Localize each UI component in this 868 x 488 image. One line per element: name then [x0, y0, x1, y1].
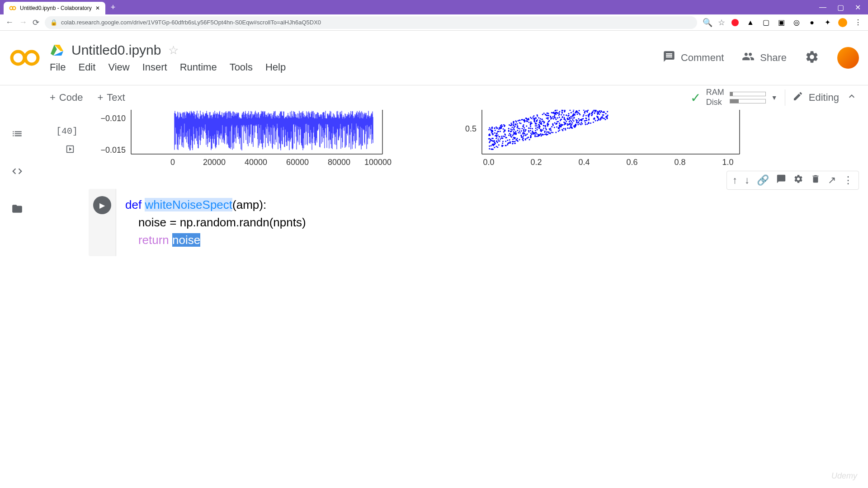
svg-point-874: [543, 134, 544, 136]
ext-icon-6[interactable]: ●: [807, 18, 816, 27]
svg-point-721: [489, 141, 491, 142]
more-icon[interactable]: ⋮: [843, 174, 853, 186]
menu-edit[interactable]: Edit: [78, 61, 95, 73]
ext-icon-4[interactable]: ▣: [777, 18, 786, 27]
cell-settings-icon[interactable]: [793, 174, 803, 187]
svg-point-923: [564, 111, 565, 113]
tab-title: Untitled0.ipynb - Colaboratory: [20, 5, 92, 11]
svg-point-1117: [534, 133, 536, 134]
new-tab-button[interactable]: +: [111, 3, 116, 12]
code-editor[interactable]: def whiteNoiseSpect(amp): noise = np.ran…: [116, 189, 859, 256]
browser-toolbar: ← → ⟳ 🔒 colab.research.google.com/drive/…: [0, 14, 868, 31]
menu-runtime[interactable]: Runtime: [180, 61, 217, 73]
svg-point-644: [546, 131, 547, 133]
close-tab-icon[interactable]: ✕: [95, 5, 100, 11]
files-icon[interactable]: [11, 203, 23, 218]
disk-label: Disk: [706, 98, 724, 108]
svg-point-748: [547, 134, 548, 135]
ext-icon-3[interactable]: ▢: [761, 18, 770, 27]
settings-icon[interactable]: [805, 50, 819, 66]
svg-point-1112: [514, 143, 516, 144]
svg-point-882: [565, 123, 566, 125]
svg-point-789: [523, 129, 524, 130]
svg-point-866: [517, 138, 518, 139]
svg-point-612: [573, 120, 575, 122]
svg-point-944: [574, 114, 576, 116]
svg-point-557: [577, 124, 579, 125]
svg-point-1092: [549, 120, 550, 122]
run-button[interactable]: ▶: [93, 196, 111, 214]
colab-logo-icon[interactable]: [9, 49, 41, 67]
reload-button[interactable]: ⟳: [33, 18, 39, 28]
browser-tab[interactable]: Untitled0.ipynb - Colaboratory ✕: [4, 2, 105, 14]
opera-ext-icon[interactable]: [731, 18, 740, 27]
delete-icon[interactable]: [811, 174, 821, 187]
user-avatar[interactable]: [837, 47, 859, 69]
svg-point-1027: [541, 131, 542, 132]
svg-point-507: [512, 139, 514, 140]
move-down-icon[interactable]: ↓: [745, 174, 750, 186]
svg-point-1032: [542, 114, 543, 115]
forward-button[interactable]: →: [19, 18, 27, 27]
collapse-header-icon[interactable]: [846, 91, 857, 104]
menu-help[interactable]: Help: [265, 61, 286, 73]
minimize-icon[interactable]: —: [819, 3, 826, 12]
menu-tools[interactable]: Tools: [230, 61, 253, 73]
extensions-icon[interactable]: ✦: [823, 18, 832, 27]
svg-point-694: [526, 137, 528, 139]
menu-view[interactable]: View: [108, 61, 129, 73]
svg-point-824: [533, 117, 534, 118]
svg-point-752: [602, 117, 604, 119]
svg-point-715: [559, 117, 560, 118]
browser-menu-icon[interactable]: ⋮: [854, 18, 863, 27]
address-bar[interactable]: 🔒 colab.research.google.com/drive/1V9TGp…: [45, 16, 697, 29]
toc-icon[interactable]: [11, 128, 23, 143]
star-bookmark-icon[interactable]: ☆: [718, 18, 725, 28]
svg-point-846: [582, 118, 584, 119]
runtime-status[interactable]: ✓ RAM Disk ▼: [690, 88, 778, 107]
open-in-tab-icon[interactable]: ↗: [828, 174, 836, 186]
svg-point-1007: [522, 139, 523, 140]
svg-point-753: [505, 141, 506, 142]
svg-point-912: [585, 122, 586, 123]
svg-point-878: [603, 111, 604, 113]
add-text-button[interactable]: + Text: [97, 92, 125, 103]
menu-insert[interactable]: Insert: [142, 61, 167, 73]
share-icon: [742, 50, 755, 66]
link-icon[interactable]: 🔗: [757, 174, 769, 186]
svg-point-1121: [510, 134, 511, 135]
back-button[interactable]: ←: [5, 18, 14, 27]
comment-button[interactable]: Comment: [663, 50, 724, 66]
code-snippets-icon[interactable]: [11, 165, 23, 180]
menu-file[interactable]: File: [50, 61, 66, 73]
svg-point-938: [561, 125, 563, 126]
zoom-icon[interactable]: 🔍: [703, 18, 712, 28]
svg-point-888: [541, 129, 542, 131]
svg-point-543: [594, 113, 595, 114]
ext-icon-5[interactable]: ◎: [792, 18, 801, 27]
svg-point-533: [512, 127, 513, 128]
move-up-icon[interactable]: ↑: [732, 174, 737, 186]
code-cell: ↑ ↓ 🔗 ↗ ⋮ ▶ def whiteNoiseSpect(amp): no…: [89, 189, 859, 256]
svg-point-677: [532, 132, 533, 134]
svg-point-946: [551, 126, 552, 127]
chevron-down-icon[interactable]: ▼: [771, 94, 778, 101]
profile-icon[interactable]: [838, 18, 847, 27]
star-icon[interactable]: ☆: [168, 43, 179, 57]
svg-text:0.0: 0.0: [483, 158, 494, 167]
close-window-icon[interactable]: ✕: [855, 3, 861, 12]
svg-point-468: [567, 127, 568, 129]
cell-comment-icon[interactable]: [776, 174, 786, 187]
add-code-button[interactable]: + Code: [50, 92, 83, 103]
svg-point-551: [530, 132, 532, 134]
svg-point-1140: [580, 119, 582, 121]
notebook-title[interactable]: Untitled0.ipynb: [71, 42, 161, 58]
svg-point-959: [496, 135, 497, 136]
maximize-icon[interactable]: ▢: [837, 3, 844, 12]
svg-point-1073: [602, 114, 604, 116]
share-button[interactable]: Share: [742, 50, 787, 66]
editing-mode-button[interactable]: Editing: [793, 91, 839, 104]
svg-point-833: [569, 127, 570, 129]
svg-point-838: [513, 125, 514, 126]
ext-icon-2[interactable]: ▲: [746, 18, 755, 27]
